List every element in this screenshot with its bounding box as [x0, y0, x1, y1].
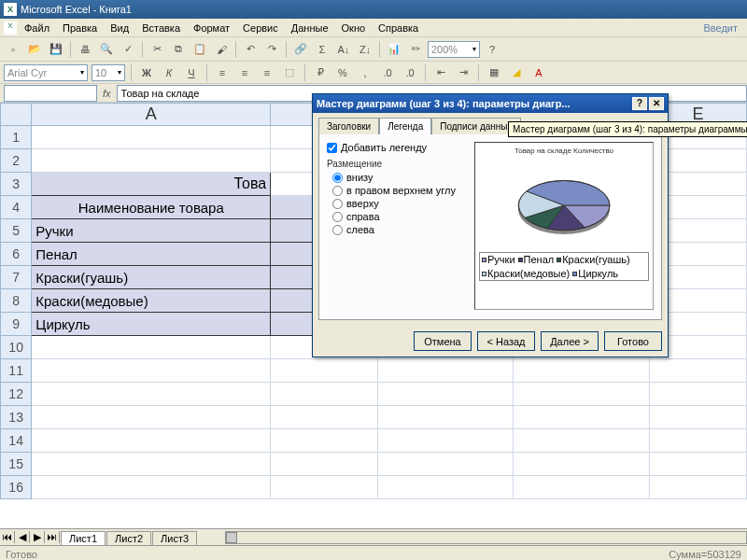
- chart-wizard-icon[interactable]: 📊: [385, 40, 403, 59]
- menu-view[interactable]: Вид: [105, 21, 134, 35]
- menu-bar: X Файл Правка Вид Вставка Формат Сервис …: [0, 19, 747, 37]
- status-bar: Готово Сумма=503129: [0, 545, 747, 560]
- table-row[interactable]: Ручки: [32, 219, 271, 243]
- zoom-combo[interactable]: 200%▾: [428, 41, 480, 58]
- excel-icon: X: [4, 3, 17, 16]
- sheet-tab-3[interactable]: Лист3: [152, 531, 197, 545]
- font-name-combo[interactable]: Arial Cyr▾: [4, 64, 88, 81]
- font-color-icon[interactable]: A: [529, 63, 548, 82]
- dialog-help-icon[interactable]: ?: [632, 97, 647, 110]
- table-row[interactable]: Краски(медовые): [32, 289, 271, 313]
- table-row[interactable]: Краски(гуашь): [32, 266, 271, 289]
- finish-button[interactable]: Готово: [604, 331, 662, 351]
- standard-toolbar: ▫ 📂 💾 🖶 🔍 ✓ ✂ ⧉ 📋 🖌 ↶ ↷ 🔗 Σ A↓ Z↓ 📊 ✏ 20…: [0, 37, 747, 62]
- dialog-titlebar[interactable]: Мастер диаграмм (шаг 3 из 4): параметры …: [313, 94, 668, 113]
- tab-legend[interactable]: Легенда: [379, 118, 431, 134]
- next-button[interactable]: Далее >: [541, 331, 599, 351]
- dec-decimal-icon[interactable]: .0: [401, 63, 419, 82]
- name-box[interactable]: [4, 85, 97, 102]
- tab-nav-next-icon[interactable]: ▶: [30, 531, 45, 543]
- add-legend-checkbox[interactable]: Добавить легенду: [327, 142, 467, 153]
- font-size-combo[interactable]: 10▾: [92, 64, 125, 81]
- paste-icon[interactable]: 📋: [190, 40, 209, 59]
- app-title: Microsoft Excel - Книга1: [21, 4, 132, 15]
- open-icon[interactable]: 📂: [25, 40, 44, 59]
- copy-icon[interactable]: ⧉: [169, 40, 188, 59]
- italic-icon[interactable]: К: [160, 63, 178, 82]
- preview-title: Товар на складе Количество: [514, 147, 613, 155]
- print-icon[interactable]: 🖶: [76, 40, 94, 59]
- status-right: Сумма=503129: [669, 549, 741, 560]
- currency-icon[interactable]: ₽: [311, 63, 330, 82]
- tab-nav-last-icon[interactable]: ⏭: [45, 531, 60, 543]
- align-center-icon[interactable]: ≡: [235, 63, 254, 82]
- menu-tools[interactable]: Сервис: [237, 21, 284, 35]
- underline-icon[interactable]: Ч: [182, 63, 201, 82]
- bold-icon[interactable]: Ж: [137, 63, 156, 82]
- table-row[interactable]: Циркуль: [32, 313, 271, 336]
- table-title[interactable]: Това: [32, 173, 271, 196]
- inc-decimal-icon[interactable]: .0: [378, 63, 397, 82]
- radio-top[interactable]: вверху: [332, 198, 467, 209]
- redo-icon[interactable]: ↷: [262, 40, 281, 59]
- fill-color-icon[interactable]: ◢: [507, 63, 526, 82]
- link-icon[interactable]: 🔗: [291, 40, 310, 59]
- chart-preview: Товар на складе Количество Ручки Пенал К…: [474, 142, 654, 310]
- menu-insert[interactable]: Вставка: [136, 21, 186, 35]
- formatting-toolbar: Arial Cyr▾ 10▾ Ж К Ч ≡ ≡ ≡ ⬚ ₽ % , .0 .0…: [0, 62, 747, 84]
- inc-indent-icon[interactable]: ⇥: [454, 63, 472, 82]
- save-icon[interactable]: 💾: [47, 40, 65, 59]
- comma-icon[interactable]: ,: [356, 63, 374, 82]
- dialog-tooltip: Мастер диаграмм (шаг 3 из 4): параметры …: [508, 121, 747, 137]
- undo-icon[interactable]: ↶: [241, 40, 260, 59]
- cut-icon[interactable]: ✂: [148, 40, 166, 59]
- menu-file[interactable]: Файл: [19, 21, 55, 35]
- excel-small-icon: X: [4, 21, 17, 35]
- radio-bottom[interactable]: внизу: [332, 172, 467, 183]
- radio-right[interactable]: справа: [332, 211, 467, 222]
- dialog-close-icon[interactable]: ✕: [649, 97, 664, 110]
- tab-nav-prev-icon[interactable]: ◀: [15, 531, 30, 543]
- borders-icon[interactable]: ▦: [485, 63, 503, 82]
- back-button[interactable]: < Назад: [477, 331, 535, 351]
- new-icon[interactable]: ▫: [4, 40, 22, 59]
- menu-window[interactable]: Окно: [336, 21, 372, 35]
- radio-top-right[interactable]: в правом верхнем углу: [332, 185, 467, 196]
- sort-desc-icon[interactable]: Z↓: [356, 40, 374, 59]
- menu-format[interactable]: Формат: [188, 21, 235, 35]
- spell-icon[interactable]: ✓: [119, 40, 137, 59]
- sheet-tab-1[interactable]: Лист1: [61, 531, 106, 545]
- format-painter-icon[interactable]: 🖌: [212, 40, 231, 59]
- menu-help[interactable]: Справка: [373, 21, 424, 35]
- sort-asc-icon[interactable]: A↓: [334, 40, 353, 59]
- preview-legend: Ручки Пенал Краски(гуашь) Краски(медовые…: [479, 252, 649, 281]
- app-titlebar: X Microsoft Excel - Книга1: [0, 0, 747, 19]
- placement-group-label: Размещение: [327, 159, 467, 169]
- merge-icon[interactable]: ⬚: [280, 63, 299, 82]
- radio-left[interactable]: слева: [332, 224, 467, 235]
- sheet-tab-2[interactable]: Лист2: [106, 531, 151, 545]
- type-question-box[interactable]: Введит: [698, 21, 743, 35]
- align-right-icon[interactable]: ≡: [258, 63, 276, 82]
- menu-edit[interactable]: Правка: [57, 21, 103, 35]
- dialog-title: Мастер диаграмм (шаг 3 из 4): параметры …: [317, 98, 571, 109]
- pie-chart-icon: [503, 168, 625, 243]
- help-icon[interactable]: ?: [483, 40, 501, 59]
- drawing-icon[interactable]: ✏: [406, 40, 425, 59]
- table-row[interactable]: Пенал: [32, 243, 271, 266]
- menu-data[interactable]: Данные: [286, 21, 334, 35]
- fx-icon[interactable]: fx: [97, 88, 117, 99]
- sum-icon[interactable]: Σ: [313, 40, 331, 59]
- align-left-icon[interactable]: ≡: [213, 63, 232, 82]
- sheet-tabs-bar: ⏮ ◀ ▶ ⏭ Лист1 Лист2 Лист3: [0, 528, 747, 545]
- tab-titles[interactable]: Заголовки: [318, 118, 379, 134]
- col-header-name[interactable]: Наименование товара: [32, 196, 271, 219]
- cancel-button[interactable]: Отмена: [414, 331, 472, 351]
- horizontal-scrollbar[interactable]: [225, 531, 747, 544]
- dec-indent-icon[interactable]: ⇤: [431, 63, 450, 82]
- tab-nav-first-icon[interactable]: ⏮: [0, 531, 15, 543]
- status-left: Готово: [6, 549, 37, 560]
- percent-icon[interactable]: %: [333, 63, 352, 82]
- preview-icon[interactable]: 🔍: [97, 40, 116, 59]
